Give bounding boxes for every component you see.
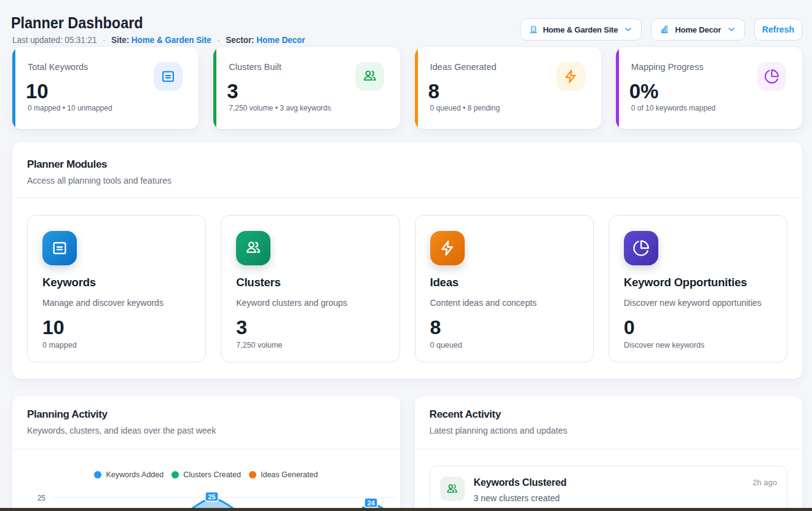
svg-text:25: 25 [208, 493, 215, 501]
svg-text:25: 25 [37, 494, 46, 502]
svg-text:24: 24 [367, 499, 375, 507]
